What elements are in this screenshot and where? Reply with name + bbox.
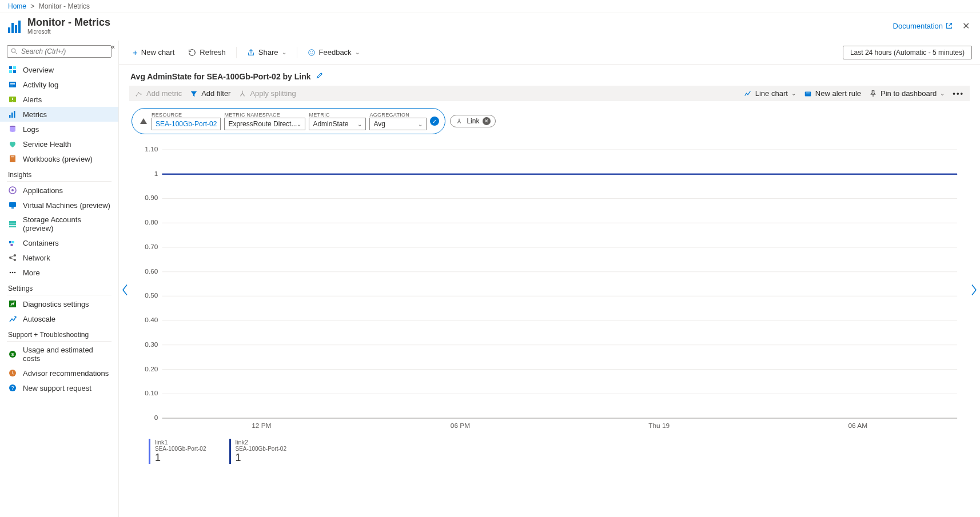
metric-label: METRIC <box>309 112 366 118</box>
add-filter-button[interactable]: Add filter <box>190 89 230 98</box>
sidebar-item-label: Advisor recommendations <box>23 369 109 378</box>
sidebar-item-applications[interactable]: Applications <box>0 183 118 198</box>
sidebar-item-storage-accounts-preview-[interactable]: Storage Accounts (preview) <box>0 213 118 235</box>
svg-rect-47 <box>806 93 810 93</box>
feedback-button[interactable]: Feedback ⌄ <box>302 46 365 59</box>
sidebar-item-label: More <box>23 268 40 277</box>
svg-rect-12 <box>11 113 13 118</box>
sidebar-item-workbooks-preview-[interactable]: Workbooks (preview) <box>0 151 118 166</box>
legend-resource: SEA-100Gb-Port-02 <box>155 446 206 452</box>
sidebar-item-label: Overview <box>23 66 54 74</box>
sidebar-item-usage-and-estimated-costs[interactable]: $Usage and estimated costs <box>0 343 118 366</box>
next-chart-button[interactable] <box>965 279 980 303</box>
svg-rect-26 <box>12 241 14 243</box>
documentation-link[interactable]: Documentation <box>893 22 953 30</box>
sidebar-item-service-health[interactable]: Service Health <box>0 137 118 151</box>
svg-text:Thu 19: Thu 19 <box>648 423 670 429</box>
metric-select[interactable]: AdminState⌄ <box>309 118 366 130</box>
close-button[interactable]: ✕ <box>960 18 972 34</box>
svg-rect-48 <box>806 94 810 94</box>
sidebar-item-label: Applications <box>23 186 63 195</box>
svg-text:1.10: 1.10 <box>145 147 158 153</box>
svg-text:0.30: 0.30 <box>145 342 158 348</box>
breadcrumb-current: Monitor - Metrics <box>39 2 90 10</box>
metrics-icon <box>8 110 17 119</box>
sidebar-item-overview[interactable]: Overview <box>0 62 118 77</box>
health-icon <box>8 139 17 149</box>
svg-rect-4 <box>9 70 12 73</box>
metric-query-pill: RESOURCE SEA-100Gb-Port-02 METRIC NAMESP… <box>132 108 445 134</box>
svg-text:06 PM: 06 PM <box>451 423 470 429</box>
sidebar-item-containers[interactable]: Containers <box>0 235 118 250</box>
chevron-down-icon: ⌄ <box>357 121 362 127</box>
alert-icon <box>804 90 812 98</box>
svg-point-0 <box>11 49 15 53</box>
sidebar-group-title: Settings <box>0 280 118 295</box>
resource-select[interactable]: SEA-100Gb-Port-02 <box>152 118 221 130</box>
share-icon <box>247 49 255 57</box>
chevron-down-icon: ⌄ <box>418 121 423 127</box>
share-button[interactable]: Share ⌄ <box>241 46 292 59</box>
sidebar-item-metrics[interactable]: Metrics <box>0 107 118 122</box>
svg-rect-5 <box>13 70 16 73</box>
sidebar-item-activity-log[interactable]: Activity log <box>0 77 118 92</box>
pin-icon <box>869 90 877 98</box>
svg-rect-7 <box>10 83 15 84</box>
sidebar-item-diagnostics-settings[interactable]: Diagnostics settings <box>0 296 118 311</box>
breadcrumb-sep: > <box>30 2 34 10</box>
legend-item[interactable]: link2SEA-100Gb-Port-021 <box>229 439 287 464</box>
sidebar-item-network[interactable]: Network <box>0 250 118 265</box>
agg-label: AGGREGATION <box>369 112 427 118</box>
prev-chart-button[interactable] <box>119 279 134 303</box>
chevron-down-icon: ⌄ <box>791 90 796 97</box>
chart-type-dropdown[interactable]: Line chart ⌄ <box>744 89 796 98</box>
sidebar-item-autoscale[interactable]: Autoscale <box>0 311 118 326</box>
legend-value: 1 <box>155 452 206 464</box>
search-box[interactable] <box>7 45 111 58</box>
sidebar-group-title: Insights <box>0 166 118 181</box>
svg-text:0: 0 <box>154 415 158 421</box>
sidebar-item-label: Alerts <box>23 95 42 104</box>
refresh-icon <box>188 49 196 57</box>
sidebar-item-virtual-machines-preview-[interactable]: Virtual Machines (preview) <box>0 198 118 213</box>
more-options-button[interactable]: ••• <box>953 89 964 98</box>
pin-dashboard-button[interactable]: Pin to dashboard ⌄ <box>869 89 945 98</box>
svg-rect-24 <box>9 226 16 227</box>
time-range-picker[interactable]: Last 24 hours (Automatic - 5 minutes) <box>843 46 972 59</box>
sidebar-item-more[interactable]: More <box>0 265 118 280</box>
remove-chip-icon[interactable]: ✕ <box>483 117 491 125</box>
new-chart-button[interactable]: + New chart <box>127 45 180 59</box>
svg-rect-21 <box>11 207 14 209</box>
sidebar-item-label: Network <box>23 254 50 262</box>
metric-toolbar: Add metric Add filter Apply splitting Li… <box>129 86 970 101</box>
legend-name: link2 <box>236 439 287 446</box>
svg-rect-16 <box>11 157 14 157</box>
aggregation-select[interactable]: Avg⌄ <box>369 118 427 130</box>
sidebar-item-alerts[interactable]: Alerts <box>0 92 118 107</box>
collapse-sidebar-button[interactable]: « <box>111 43 115 51</box>
link-split-chip[interactable]: Link ✕ <box>450 115 496 127</box>
svg-text:0.80: 0.80 <box>145 219 158 226</box>
breadcrumb-home[interactable]: Home <box>8 2 26 10</box>
apply-splitting-button[interactable]: Apply splitting <box>238 89 296 98</box>
svg-text:1: 1 <box>154 171 158 177</box>
legend-item[interactable]: link1SEA-100Gb-Port-021 <box>149 439 206 464</box>
apply-check-icon[interactable]: ✓ <box>430 117 439 126</box>
refresh-button[interactable]: Refresh <box>182 46 232 59</box>
edit-title-button[interactable] <box>316 71 324 81</box>
sidebar-item-logs[interactable]: Logs <box>0 122 118 137</box>
add-metric-button[interactable]: Add metric <box>135 89 182 98</box>
svg-text:12 PM: 12 PM <box>252 423 271 429</box>
breadcrumb: Home > Monitor - Metrics <box>0 0 980 13</box>
svg-text:0.70: 0.70 <box>145 244 158 250</box>
svg-rect-23 <box>9 223 16 225</box>
sidebar-item-advisor-recommendations[interactable]: Advisor recommendations <box>0 366 118 380</box>
search-input[interactable] <box>21 47 107 55</box>
svg-rect-20 <box>9 202 16 207</box>
sidebar-item-label: New support request <box>23 384 91 392</box>
namespace-select[interactable]: ExpressRoute Direct...⌄ <box>224 118 305 130</box>
svg-text:0.60: 0.60 <box>145 268 158 275</box>
sidebar-item-new-support-request[interactable]: ?New support request <box>0 380 118 395</box>
sidebar-item-label: Containers <box>23 239 59 247</box>
new-alert-button[interactable]: New alert rule <box>804 89 861 98</box>
